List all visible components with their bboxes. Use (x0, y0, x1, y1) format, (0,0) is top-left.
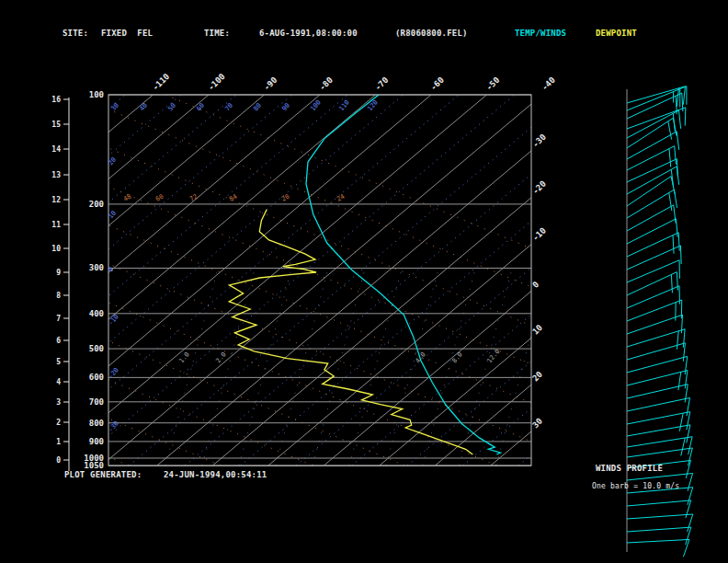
wind-barb (627, 190, 677, 218)
pressure-lines-group: 10020030040050060070080090010001050 (84, 90, 531, 470)
orange-isopleth-label: 84 (228, 193, 238, 203)
wind-barb (627, 539, 689, 557)
wind-barb (627, 205, 676, 231)
wind-barb (627, 412, 690, 431)
temp-axis-labels-group: -110-100-90-80-70-60-50-40-30-20-1001020… (151, 72, 557, 430)
wind-barb (627, 272, 677, 295)
pressure-tick-label: 200 (89, 200, 104, 209)
pressure-tick-label: 300 (89, 263, 104, 272)
wind-barb (627, 219, 677, 244)
temp-top-label: -110 (151, 72, 171, 92)
height-tick-label: 15 (51, 121, 61, 129)
pressure-tick-label: 900 (89, 437, 104, 446)
temp-top-label: -60 (428, 75, 446, 93)
height-tick-label: 5 (56, 358, 61, 366)
height-tick-label: 10 (51, 245, 61, 253)
temp-right-label: 10 (530, 323, 544, 337)
temp-top-label: -90 (262, 75, 279, 93)
temp-right-label: -20 (530, 179, 548, 197)
wind-barb (627, 146, 676, 170)
gray-mixing-ratio-label: 12.0 (485, 348, 501, 364)
pressure-tick-label: 1050 (84, 461, 104, 470)
gray-mixing-ratio-label: 2.0 (214, 350, 227, 364)
temp-right-label: 20 (530, 370, 544, 384)
height-tick-label: 13 (51, 171, 61, 179)
blue-isopleth-label: 40 (138, 102, 149, 113)
height-tick-label: 4 (56, 378, 61, 386)
temp-top-label: -50 (484, 75, 502, 93)
blue-isopleth-label: 30 (109, 102, 120, 113)
height-tick-label: 11 (51, 221, 61, 229)
height-tick-label: 6 (56, 337, 61, 345)
wind-barb (627, 343, 685, 362)
blue-isopleth-label: 100 (309, 98, 322, 112)
pressure-tick-label: 600 (89, 373, 104, 382)
temp-top-label: -70 (373, 75, 391, 93)
temp-top-label: -40 (540, 75, 557, 93)
temp-top-label: -80 (317, 75, 335, 93)
wind-barb (627, 329, 685, 350)
wind-barb (627, 246, 681, 270)
orange-isopleth-label: 20 (280, 193, 290, 203)
blue-isopleth-label: 60 (195, 102, 206, 113)
temp-right-label: 30 (530, 417, 544, 431)
blue-isopleth-label: 50 (166, 102, 177, 113)
height-tick-label: 12 (51, 196, 61, 204)
orange-isopleth-label: 24 (336, 193, 346, 203)
height-tick-label: 9 (56, 269, 61, 277)
height-tick-label: 7 (56, 315, 61, 323)
blue-isopleth-label: -30 (107, 419, 119, 433)
isopleth-labels-group: 3040506070809010011012020100-10-20-30486… (107, 98, 501, 433)
height-tick-label: 8 (56, 292, 61, 300)
pressure-tick-label: 500 (89, 344, 104, 353)
orange-isopleth-label: 60 (154, 193, 165, 203)
wind-barb (627, 118, 677, 148)
wind-barb (627, 356, 688, 374)
temp-right-label: 0 (530, 280, 540, 290)
wind-barb (627, 286, 679, 308)
blue-isopleth-label: 70 (223, 102, 234, 113)
temp-right-label: -30 (530, 132, 548, 150)
blue-isopleth-label: 110 (337, 98, 350, 112)
orange-isopleth-label: 72 (188, 193, 199, 203)
temperature-trace (306, 95, 501, 454)
temp-top-label: -100 (206, 72, 226, 92)
height-tick-label: 3 (56, 398, 61, 407)
height-tick-label: 16 (51, 96, 61, 104)
pressure-tick-label: 100 (89, 90, 104, 99)
height-tick-label: 1 (56, 438, 61, 446)
height-tick-label: 2 (56, 419, 61, 427)
plot-frame (108, 95, 531, 465)
plot-generated-label: PLOT GENERATED: (64, 470, 142, 479)
wind-barb (627, 371, 688, 391)
height-tick-label: 0 (56, 456, 61, 465)
wind-barb (627, 93, 683, 119)
blue-isopleth-label: -20 (107, 366, 119, 380)
blue-isopleth-label: -10 (107, 313, 119, 327)
pressure-tick-label: 800 (89, 419, 104, 428)
winds-profile-title: WINDS PROFILE (596, 464, 663, 473)
temp-right-label: -10 (530, 225, 548, 243)
wind-barb (627, 233, 679, 257)
pressure-tick-label: 400 (89, 309, 104, 318)
height-axis-group: 161514131211109876543210 (51, 96, 69, 471)
height-tick-label: 14 (51, 145, 61, 154)
plot-generated-value: 24-JUN-1994,00:54:11 (164, 470, 267, 479)
orange-isopleth-label: 48 (122, 193, 132, 203)
skewt-screen: SITE: FIXED FEL TIME: 6-AUG-1991,08:00:0… (0, 0, 728, 563)
wind-barb (627, 108, 686, 129)
pressure-tick-label: 700 (89, 397, 104, 407)
winds-profile-legend: One barb = 10.0 m/s (592, 482, 679, 490)
wind-barb (627, 167, 679, 194)
